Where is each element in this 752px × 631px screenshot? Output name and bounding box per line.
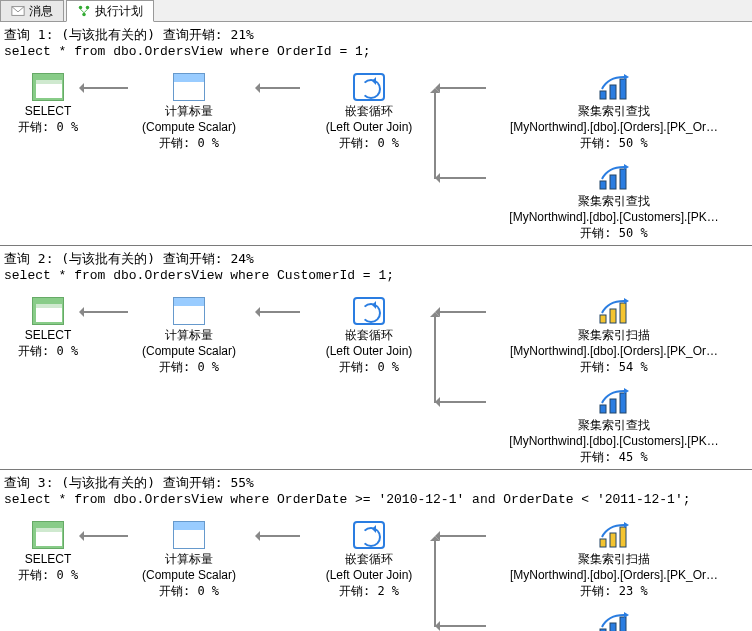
plan-arrow	[436, 535, 486, 537]
plan-arrow	[256, 87, 300, 89]
svg-rect-8	[600, 181, 606, 189]
index-seek-icon	[598, 611, 630, 631]
svg-rect-21	[610, 533, 616, 547]
index-scan-icon	[598, 521, 630, 549]
svg-rect-25	[610, 623, 616, 631]
plan-diagram[interactable]: SELECT 开销: 0 % 计算标量 (Compute Scalar) 开销:…	[4, 287, 748, 463]
index-seek-icon	[598, 387, 630, 415]
svg-point-3	[82, 13, 86, 17]
svg-rect-16	[600, 405, 606, 413]
nested-loop-icon	[353, 521, 385, 549]
svg-rect-22	[620, 527, 626, 547]
svg-point-2	[86, 6, 90, 10]
svg-rect-20	[600, 539, 606, 547]
svg-rect-6	[620, 79, 626, 99]
plan-arrow	[80, 87, 128, 89]
svg-rect-5	[610, 85, 616, 99]
plan-node-nested-loop[interactable]: 嵌套循环 (Left Outer Join) 开销: 0 %	[294, 297, 444, 376]
plan-node-compute-scalar[interactable]: 计算标量 (Compute Scalar) 开销: 0 %	[124, 521, 254, 600]
query-block: 查询 1: (与该批有关的) 查询开销: 21% select * from d…	[0, 22, 752, 246]
plan-node-select[interactable]: SELECT 开销: 0 %	[18, 297, 78, 359]
plan-arrow	[256, 535, 300, 537]
query-block: 查询 2: (与该批有关的) 查询开销: 24% select * from d…	[0, 246, 752, 470]
query-sql: select * from dbo.OrdersView where Order…	[4, 44, 748, 59]
svg-rect-9	[610, 175, 616, 189]
messages-icon	[11, 4, 25, 18]
tab-label: 执行计划	[95, 3, 143, 20]
plan-diagram[interactable]: SELECT 开销: 0 % 计算标量 (Compute Scalar) 开销:…	[4, 63, 748, 239]
tab-bar: 消息 执行计划	[0, 0, 752, 22]
plan-arrow	[436, 311, 486, 313]
plan-node-index-top[interactable]: 聚集索引查找 [MyNorthwind].[dbo].[Orders].[PK_…	[484, 73, 744, 152]
tab-messages[interactable]: 消息	[0, 0, 64, 21]
query-header: 查询 3: (与该批有关的) 查询开销: 55%	[4, 474, 748, 492]
query-sql: select * from dbo.OrdersView where Order…	[4, 492, 748, 507]
index-seek-icon	[598, 73, 630, 101]
select-icon	[32, 73, 64, 101]
select-icon	[32, 521, 64, 549]
plan-node-nested-loop[interactable]: 嵌套循环 (Left Outer Join) 开销: 2 %	[294, 521, 444, 600]
query-block: 查询 3: (与该批有关的) 查询开销: 55% select * from d…	[0, 470, 752, 631]
index-seek-icon	[598, 163, 630, 191]
tab-execution-plan[interactable]: 执行计划	[66, 0, 154, 22]
plan-diagram[interactable]: SELECT 开销: 0 % 计算标量 (Compute Scalar) 开销:…	[4, 511, 748, 631]
svg-rect-18	[620, 393, 626, 413]
nested-loop-icon	[353, 297, 385, 325]
plan-node-index-top[interactable]: 聚集索引扫描 [MyNorthwind].[dbo].[Orders].[PK_…	[484, 297, 744, 376]
plan-arrow	[256, 311, 300, 313]
plan-arrow-vertical	[434, 537, 436, 627]
execution-plan-area: 查询 1: (与该批有关的) 查询开销: 21% select * from d…	[0, 22, 752, 631]
nested-loop-icon	[353, 73, 385, 101]
plan-arrow-vertical	[434, 89, 436, 179]
svg-rect-17	[610, 399, 616, 413]
compute-scalar-icon	[173, 73, 205, 101]
tab-label: 消息	[29, 3, 53, 20]
plan-arrow	[436, 87, 486, 89]
svg-rect-10	[620, 169, 626, 189]
index-scan-icon	[598, 297, 630, 325]
select-icon	[32, 297, 64, 325]
svg-rect-4	[600, 91, 606, 99]
plan-arrow	[80, 311, 128, 313]
svg-rect-12	[600, 315, 606, 323]
plan-node-index-bottom[interactable]: 聚集索引查找 [MyNorthwind].[dbo].[Customers].[…	[484, 163, 744, 242]
execution-plan-icon	[77, 4, 91, 18]
plan-node-compute-scalar[interactable]: 计算标量 (Compute Scalar) 开销: 0 %	[124, 297, 254, 376]
query-header: 查询 1: (与该批有关的) 查询开销: 21%	[4, 26, 748, 44]
svg-rect-13	[610, 309, 616, 323]
plan-arrow	[436, 401, 486, 403]
plan-node-index-bottom[interactable]: 聚集索引查找 [MyNorthwind].[dbo].[Customers].[…	[484, 611, 744, 631]
plan-node-compute-scalar[interactable]: 计算标量 (Compute Scalar) 开销: 0 %	[124, 73, 254, 152]
svg-rect-14	[620, 303, 626, 323]
query-sql: select * from dbo.OrdersView where Custo…	[4, 268, 748, 283]
plan-node-nested-loop[interactable]: 嵌套循环 (Left Outer Join) 开销: 0 %	[294, 73, 444, 152]
svg-rect-26	[620, 617, 626, 631]
plan-node-select[interactable]: SELECT 开销: 0 %	[18, 73, 78, 135]
plan-arrow	[436, 625, 486, 627]
compute-scalar-icon	[173, 521, 205, 549]
query-header: 查询 2: (与该批有关的) 查询开销: 24%	[4, 250, 748, 268]
plan-arrow-vertical	[434, 313, 436, 403]
plan-arrow	[80, 535, 128, 537]
plan-node-select[interactable]: SELECT 开销: 0 %	[18, 521, 78, 583]
plan-arrow	[436, 177, 486, 179]
svg-point-1	[79, 6, 83, 10]
compute-scalar-icon	[173, 297, 205, 325]
plan-node-index-bottom[interactable]: 聚集索引查找 [MyNorthwind].[dbo].[Customers].[…	[484, 387, 744, 466]
plan-node-index-top[interactable]: 聚集索引扫描 [MyNorthwind].[dbo].[Orders].[PK_…	[484, 521, 744, 600]
